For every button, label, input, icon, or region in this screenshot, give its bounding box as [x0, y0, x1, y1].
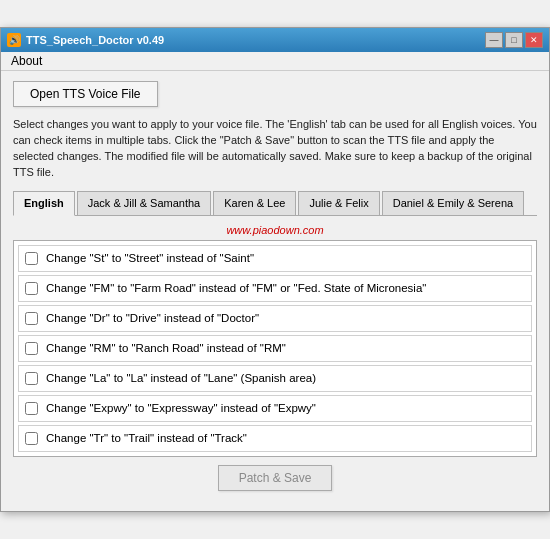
menu-bar: About [1, 52, 549, 71]
main-window: 🔊 TTS_Speech_Doctor v0.49 — □ ✕ About Op… [0, 27, 550, 511]
footer: Patch & Save [13, 457, 537, 501]
tab-karen-lee[interactable]: Karen & Lee [213, 191, 296, 214]
option-row-6[interactable]: Change "Expwy" to "Expressway" instead o… [18, 395, 532, 422]
tab-daniel-emily-serena[interactable]: Daniel & Emily & Serena [382, 191, 524, 214]
tab-english[interactable]: English [13, 191, 75, 215]
window-controls: — □ ✕ [485, 32, 543, 48]
option-checkbox-5[interactable] [25, 372, 38, 385]
option-label-7: Change "Tr" to "Trail" instead of "Track… [46, 432, 247, 444]
content-area: Open TTS Voice File Select changes you w… [1, 71, 549, 510]
option-checkbox-2[interactable] [25, 282, 38, 295]
maximize-button[interactable]: □ [505, 32, 523, 48]
option-row-7[interactable]: Change "Tr" to "Trail" instead of "Track… [18, 425, 532, 452]
option-checkbox-3[interactable] [25, 312, 38, 325]
minimize-button[interactable]: — [485, 32, 503, 48]
tab-julie-felix[interactable]: Julie & Felix [298, 191, 379, 214]
window-title: TTS_Speech_Doctor v0.49 [26, 34, 164, 46]
tab-bar: English Jack & Jill & Samantha Karen & L… [13, 191, 537, 215]
option-row-5[interactable]: Change "La" to "La" instead of "Lane" (S… [18, 365, 532, 392]
option-label-1: Change "St" to "Street" instead of "Sain… [46, 252, 254, 264]
close-button[interactable]: ✕ [525, 32, 543, 48]
title-bar: 🔊 TTS_Speech_Doctor v0.49 — □ ✕ [1, 28, 549, 52]
option-row-2[interactable]: Change "FM" to "Farm Road" instead of "F… [18, 275, 532, 302]
title-bar-title: 🔊 TTS_Speech_Doctor v0.49 [7, 33, 164, 47]
watermark: www.piaodown.com [13, 224, 537, 236]
option-label-6: Change "Expwy" to "Expressway" instead o… [46, 402, 316, 414]
app-icon: 🔊 [7, 33, 21, 47]
open-tts-button[interactable]: Open TTS Voice File [13, 81, 158, 107]
menu-item-about[interactable]: About [6, 52, 47, 70]
patch-save-button[interactable]: Patch & Save [218, 465, 333, 491]
option-checkbox-1[interactable] [25, 252, 38, 265]
option-row-4[interactable]: Change "RM" to "Ranch Road" instead of "… [18, 335, 532, 362]
description-text: Select changes you want to apply to your… [13, 117, 537, 181]
option-row-1[interactable]: Change "St" to "Street" instead of "Sain… [18, 245, 532, 272]
options-panel: Change "St" to "Street" instead of "Sain… [13, 240, 537, 457]
option-checkbox-7[interactable] [25, 432, 38, 445]
option-label-3: Change "Dr" to "Drive" instead of "Docto… [46, 312, 259, 324]
tab-jack-jill-samantha[interactable]: Jack & Jill & Samantha [77, 191, 212, 214]
option-label-5: Change "La" to "La" instead of "Lane" (S… [46, 372, 316, 384]
option-label-2: Change "FM" to "Farm Road" instead of "F… [46, 282, 426, 294]
option-checkbox-4[interactable] [25, 342, 38, 355]
option-row-3[interactable]: Change "Dr" to "Drive" instead of "Docto… [18, 305, 532, 332]
option-label-4: Change "RM" to "Ranch Road" instead of "… [46, 342, 286, 354]
option-checkbox-6[interactable] [25, 402, 38, 415]
